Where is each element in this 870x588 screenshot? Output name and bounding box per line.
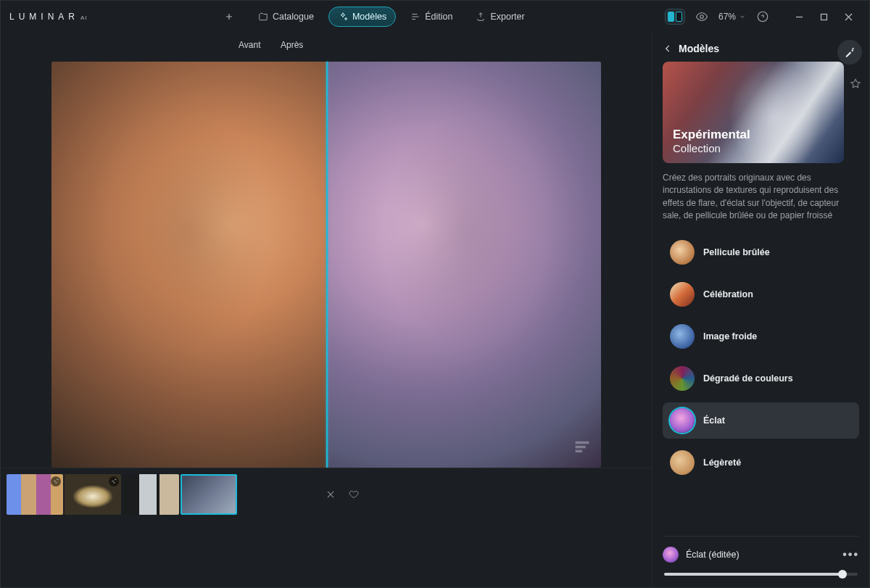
collection-subtitle: Collection: [673, 142, 750, 154]
favorite-icon[interactable]: [349, 489, 359, 500]
applied-swatch: [663, 547, 679, 563]
label-before: Avant: [239, 40, 260, 50]
reject-icon[interactable]: [326, 489, 336, 500]
panel-header: Modèles: [663, 43, 859, 54]
tab-exporter[interactable]: Exporter: [467, 7, 533, 26]
preset-list: Pellicule brûlée Célébration Image froid…: [663, 234, 859, 481]
favorite-collection-button[interactable]: [846, 75, 865, 94]
app-logo: LUMINARAI: [9, 12, 88, 22]
compare-divider[interactable]: [326, 62, 328, 518]
more-button[interactable]: •••: [842, 548, 859, 561]
app-suffix: AI: [80, 15, 88, 21]
preset-label: Légèreté: [703, 457, 741, 468]
amount-slider[interactable]: [664, 573, 858, 576]
zoom-dropdown[interactable]: 67%: [718, 12, 746, 22]
preset-label: Célébration: [703, 289, 753, 299]
applied-state: (éditée): [708, 550, 739, 560]
preset-eclat[interactable]: Éclat: [663, 402, 859, 439]
window-close[interactable]: [836, 7, 861, 27]
filmstrip-actions: [326, 489, 359, 500]
preset-label: Image froide: [703, 331, 757, 341]
filmstrip: [1, 468, 652, 520]
photo-after: [326, 62, 601, 468]
main-area: Avant Après ONEPLUS BUDS Z (4).JPG: [1, 33, 869, 587]
collection-description: Créez des portraits originaux avec des i…: [663, 172, 844, 223]
window-maximize[interactable]: [811, 7, 836, 27]
applied-label: Éclat (éditée): [686, 550, 740, 560]
app-name: LUMINAR: [9, 12, 79, 22]
tab-edition[interactable]: Édition: [402, 7, 461, 26]
applied-preset: Éclat (éditée) •••: [663, 547, 859, 563]
preset-pellicule-brulee[interactable]: Pellicule brûlée: [663, 234, 859, 270]
panel-title: Modèles: [679, 43, 719, 54]
preset-legerete[interactable]: Légèreté: [663, 444, 859, 481]
preset-celebration[interactable]: Célébration: [663, 276, 859, 312]
add-photo-button[interactable]: [219, 7, 239, 27]
svg-point-0: [700, 15, 704, 19]
edited-badge-icon: [109, 476, 119, 486]
preset-label: Pellicule brûlée: [703, 247, 770, 257]
titlebar: LUMINARAI Catalogue Modèles Édition Expo…: [1, 1, 869, 33]
edited-badge-icon: [51, 476, 61, 486]
preset-swatch: [670, 324, 695, 349]
side-panel: Modèles Expérimental Collection Créez de…: [652, 33, 869, 587]
tab-catalogue-label: Catalogue: [273, 12, 314, 22]
ai-suggest-button[interactable]: [837, 40, 862, 65]
current-filename: ONEPLUS BUDS Z (4).JPG: [11, 33, 118, 531]
thumbnail[interactable]: [181, 474, 237, 515]
compare-canvas[interactable]: [51, 62, 601, 468]
tab-modeles[interactable]: Modèles: [328, 7, 396, 27]
collection-title: Expérimental: [673, 128, 750, 142]
amount-slider-fill: [664, 573, 842, 576]
preset-label: Éclat: [703, 415, 725, 426]
preset-swatch: [670, 450, 695, 475]
zoom-value: 67%: [718, 12, 736, 22]
amount-slider-thumb[interactable]: [838, 570, 847, 579]
watermark-icon: [572, 437, 592, 460]
preset-label: Dégradé de couleurs: [703, 373, 793, 384]
compare-toggle[interactable]: [665, 9, 685, 25]
window-minimize[interactable]: [787, 7, 811, 27]
titlebar-center: Catalogue Modèles Édition Exporter: [88, 7, 665, 27]
tab-modeles-label: Modèles: [352, 12, 386, 22]
applied-name: Éclat: [686, 550, 706, 560]
tab-edition-label: Édition: [425, 12, 452, 22]
preset-swatch: [670, 366, 695, 391]
collection-card[interactable]: Expérimental Collection: [663, 62, 844, 163]
preview-icon[interactable]: [695, 10, 708, 23]
tab-catalogue[interactable]: Catalogue: [249, 7, 323, 26]
canvas-area: Avant Après ONEPLUS BUDS Z (4).JPG: [1, 33, 652, 587]
app-window: LUMINARAI Catalogue Modèles Édition Expo…: [0, 0, 870, 588]
preset-image-froide[interactable]: Image froide: [663, 318, 859, 355]
window-controls: [787, 7, 861, 27]
svg-rect-2: [821, 14, 826, 20]
preset-swatch: [670, 282, 695, 307]
back-icon[interactable]: [663, 44, 673, 54]
preset-swatch: [670, 240, 695, 265]
preset-swatch: [670, 408, 695, 433]
panel-bottom: Éclat (éditée) •••: [663, 536, 859, 580]
tab-exporter-label: Exporter: [490, 12, 524, 22]
thumbnail[interactable]: [65, 474, 121, 515]
titlebar-right: 67%: [665, 7, 861, 27]
thumbnail[interactable]: [7, 474, 63, 515]
help-icon[interactable]: [756, 10, 769, 23]
svg-point-1: [758, 12, 768, 22]
label-after: Après: [281, 40, 303, 50]
preset-degrade-couleurs[interactable]: Dégradé de couleurs: [663, 360, 859, 397]
thumbnail[interactable]: [123, 474, 179, 515]
